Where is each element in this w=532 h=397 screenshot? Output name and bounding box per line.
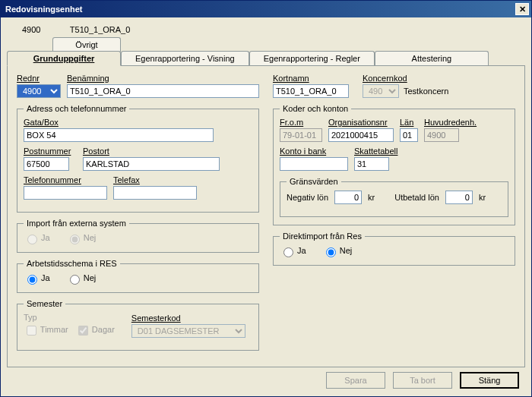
benamning-input[interactable]: [67, 84, 259, 98]
import-nej: Nej: [66, 233, 97, 242]
spara-button: Spara: [326, 372, 385, 389]
tab-egenrapportering-regler[interactable]: Egenrapportering - Regler: [249, 51, 375, 65]
tab-attestering[interactable]: Attestering: [375, 51, 489, 65]
tab-panel-grunduppgifter: Rednr 4900 Benämning Adress o: [7, 65, 525, 367]
window: Redovisningsenhet ✕ 4900 T510_1_ORA_0 Öv…: [0, 0, 532, 397]
group-adress: Adress och telefonnummer Gata/Box Postnu…: [17, 104, 259, 213]
orgnr-input[interactable]: [328, 128, 394, 142]
close-button[interactable]: ✕: [515, 3, 529, 15]
meta-code: 4900: [22, 25, 68, 34]
gata-input[interactable]: [24, 128, 214, 142]
rednr-select[interactable]: 4900: [17, 84, 61, 98]
stang-button[interactable]: Stäng: [460, 372, 519, 389]
label-semesterkod: Semesterkod: [131, 314, 245, 323]
label-telefax: Telefax: [113, 175, 197, 184]
footer-buttons: Spara Ta bort Stäng: [326, 372, 519, 389]
tab-container: Övrigt Grunduppgifter Egenrapportering -…: [7, 37, 525, 367]
label-postort: Postort: [83, 147, 252, 156]
group-import: Import från externa system Ja Nej: [17, 219, 259, 253]
label-konto: Konto i bank: [280, 147, 348, 156]
group-arbetstid: Arbetstidsschema i RES Ja Nej: [17, 259, 259, 293]
semester-dagar: Dagar: [75, 325, 115, 334]
arbets-ja[interactable]: Ja: [24, 273, 50, 282]
kr2: kr: [479, 193, 486, 202]
postort-input[interactable]: [83, 157, 220, 171]
label-koncernkod: Koncernkod: [363, 74, 448, 83]
group-semester: Semester Typ Timmar Dagar: [17, 299, 259, 351]
meta-name: T510_1_ORA_0: [70, 25, 131, 34]
legend-arbetstid: Arbetstidsschema i RES: [24, 259, 120, 268]
koncernkod-select: 490: [363, 84, 399, 98]
utblon-input[interactable]: [445, 191, 473, 204]
huvudredenh-input: [424, 128, 459, 142]
tab-grunduppgifter[interactable]: Grunduppgifter: [7, 51, 121, 66]
label-gata: Gata/Box: [24, 118, 252, 127]
label-lan: Län: [400, 118, 418, 127]
postnummer-input[interactable]: [24, 157, 69, 171]
close-icon: ✕: [519, 5, 526, 14]
label-telefon: Telefonnummer: [24, 175, 107, 184]
legend-semester: Semester: [24, 299, 65, 308]
telefon-input[interactable]: [24, 186, 107, 200]
label-kortnamn: Kortnamn: [273, 74, 356, 83]
group-gransvarden: Gränsvärden Negativ lön kr Utbetald lön …: [280, 177, 508, 217]
label-typ: Typ: [24, 313, 115, 322]
label-skatte: Skattetabell: [354, 147, 397, 156]
konto-input[interactable]: [280, 157, 348, 171]
neglon-input[interactable]: [334, 191, 362, 204]
skatte-input[interactable]: [354, 157, 389, 171]
label-huvudredenh: Huvudredenh.: [424, 118, 477, 127]
content-area: 4900 T510_1_ORA_0 Övrigt Grunduppgifter …: [1, 17, 531, 396]
direkt-ja[interactable]: Ja: [280, 246, 306, 255]
telefax-input[interactable]: [113, 186, 197, 200]
meta-row: 4900 T510_1_ORA_0: [7, 24, 525, 36]
group-koder: Koder och konton Fr.o.m Organisationsnr …: [273, 104, 515, 225]
titlebar: Redovisningsenhet ✕: [1, 1, 531, 17]
legend-grans: Gränsvärden: [287, 177, 341, 186]
lan-input[interactable]: [400, 128, 418, 142]
legend-adress: Adress och telefonnummer: [24, 104, 129, 113]
tabort-button: Ta bort: [393, 372, 452, 389]
legend-import: Import från externa system: [24, 219, 129, 228]
koncern-text: Testkoncern: [404, 87, 448, 96]
legend-direktimport: Direktimport från Res: [280, 232, 365, 241]
label-orgnr: Organisationsnr: [328, 118, 394, 127]
label-benamning: Benämning: [67, 74, 259, 83]
label-postnummer: Postnummer: [24, 147, 77, 156]
tab-egenrapportering-visning[interactable]: Egenrapportering - Visning: [121, 51, 249, 65]
kortnamn-input[interactable]: [273, 84, 349, 98]
label-from: Fr.o.m: [280, 118, 322, 127]
left-column: Rednr 4900 Benämning Adress o: [17, 74, 259, 351]
kr1: kr: [368, 193, 375, 202]
from-input: [280, 128, 322, 142]
tab-ovrigt[interactable]: Övrigt: [52, 37, 121, 52]
window-title: Redovisningsenhet: [5, 5, 82, 14]
semesterkod-select: D01 DAGSEMESTER: [131, 324, 245, 338]
label-neglon: Negativ lön: [287, 193, 328, 202]
import-ja: Ja: [24, 233, 50, 242]
direkt-nej[interactable]: Nej: [322, 246, 353, 255]
right-column: Kortnamn Koncernkod 490 Testkoncern: [273, 74, 515, 351]
label-utblon: Utbetald lön: [394, 193, 439, 202]
label-rednr: Rednr: [17, 74, 61, 83]
group-direktimport: Direktimport från Res Ja Nej: [273, 232, 515, 266]
arbets-nej[interactable]: Nej: [66, 273, 97, 282]
legend-koder: Koder och konton: [280, 104, 351, 113]
semester-timmar: Timmar: [24, 325, 68, 334]
